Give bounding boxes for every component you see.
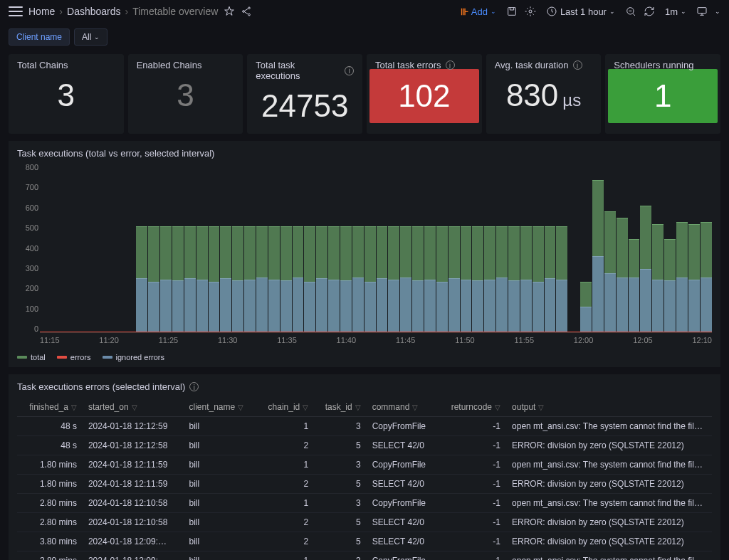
breadcrumb-home[interactable]: Home (28, 6, 55, 17)
bar-group[interactable] (532, 163, 544, 332)
bar-group[interactable] (424, 163, 436, 332)
col-chain-id[interactable]: chain_id▽ (257, 398, 315, 417)
bar-group[interactable] (568, 163, 580, 332)
refresh-icon[interactable] (644, 6, 655, 17)
bar-group[interactable] (388, 163, 400, 332)
bar-group[interactable] (220, 163, 232, 332)
stat-total-errors[interactable]: Total task errorsi 102 (367, 54, 482, 134)
bar-group[interactable] (244, 163, 256, 332)
bar-group[interactable] (148, 163, 160, 332)
col-finished-at[interactable]: finished_a▽ (17, 398, 83, 417)
legend-errors[interactable]: errors (57, 353, 91, 361)
bar-group[interactable] (460, 163, 472, 332)
bar-group[interactable] (376, 163, 388, 332)
bar-group[interactable] (352, 163, 364, 332)
table-row[interactable]: 3.80 mins2024-01-18 12:09:…bill25SELECT … (17, 532, 712, 551)
bar-group[interactable] (184, 163, 196, 332)
bar-group[interactable] (556, 163, 568, 332)
info-icon[interactable]: i (446, 60, 455, 70)
bar-group[interactable] (76, 163, 88, 332)
bar-group[interactable] (64, 163, 76, 332)
table-row[interactable]: 2.80 mins2024-01-18 12:10:58bill13CopyFr… (17, 494, 712, 513)
info-icon[interactable]: i (345, 66, 354, 75)
bar-group[interactable] (412, 163, 424, 332)
col-task-id[interactable]: task_id▽ (314, 398, 366, 417)
filter-client-name-value[interactable]: All ⌄ (74, 28, 107, 46)
col-client-name[interactable]: client_name▽ (184, 398, 257, 417)
filter-icon[interactable]: ▽ (303, 403, 308, 411)
bar-group[interactable] (640, 163, 652, 332)
monitor-icon[interactable] (696, 6, 708, 17)
bar-group[interactable] (544, 163, 556, 332)
bar-group[interactable] (436, 163, 448, 332)
stat-total-chains[interactable]: Total Chains 3 (9, 54, 124, 134)
bar-group[interactable] (268, 163, 280, 332)
table-row[interactable]: 3.80 mins2024-01-18 12:09:…bill13CopyFro… (17, 551, 712, 561)
add-button[interactable]: ⊪ Add ⌄ (458, 5, 499, 19)
info-icon[interactable]: i (573, 60, 582, 70)
bar-group[interactable] (208, 163, 220, 332)
bar-group[interactable] (40, 163, 52, 332)
table-row[interactable]: 2.80 mins2024-01-18 12:10:58bill25SELECT… (17, 513, 712, 532)
bar-group[interactable] (592, 163, 604, 332)
filter-icon[interactable]: ▽ (355, 403, 361, 411)
bar-group[interactable] (448, 163, 460, 332)
bar-group[interactable] (280, 163, 292, 332)
filter-client-name-label[interactable]: Client name (9, 28, 70, 46)
table-row[interactable]: 48 s2024-01-18 12:12:58bill25SELECT 42/0… (17, 436, 712, 455)
bar-group[interactable] (136, 163, 148, 332)
bar-group[interactable] (604, 163, 616, 332)
bar-group[interactable] (88, 163, 100, 332)
info-icon[interactable]: i (189, 382, 199, 391)
filter-icon[interactable]: ▽ (538, 403, 544, 411)
bar-group[interactable] (472, 163, 484, 332)
bar-group[interactable] (700, 163, 712, 332)
filter-icon[interactable]: ▽ (495, 403, 500, 411)
bar-group[interactable] (340, 163, 352, 332)
bar-group[interactable] (196, 163, 208, 332)
bar-group[interactable] (496, 163, 508, 332)
stat-schedulers[interactable]: Schedulers running 1 (605, 54, 720, 134)
refresh-interval-button[interactable]: 1m ⌄ (662, 5, 689, 19)
stat-total-executions[interactable]: Total task executionsi 24753 (247, 54, 362, 134)
time-range-button[interactable]: Last 1 hour ⌄ (543, 4, 618, 19)
bar-group[interactable] (676, 163, 688, 332)
bar-group[interactable] (520, 163, 532, 332)
filter-icon[interactable]: ▽ (71, 403, 77, 411)
stat-avg-duration[interactable]: Avg. task durationi 830µs (486, 54, 602, 134)
bar-group[interactable] (628, 163, 640, 332)
bar-group[interactable] (256, 163, 268, 332)
filter-icon[interactable]: ▽ (132, 403, 137, 411)
bar-group[interactable] (652, 163, 664, 332)
legend-total[interactable]: total (17, 353, 46, 361)
col-returncode[interactable]: returncode▽ (439, 398, 506, 417)
legend-ignored[interactable]: ignored errors (103, 353, 164, 361)
bar-group[interactable] (112, 163, 124, 332)
bar-group[interactable] (616, 163, 628, 332)
gear-icon[interactable] (525, 6, 536, 17)
table-row[interactable]: 1.80 mins2024-01-18 12:11:59bill13CopyFr… (17, 455, 712, 475)
bar-group[interactable] (328, 163, 340, 332)
bar-group[interactable] (688, 163, 700, 332)
chart-panel[interactable]: Task executions (total vs error, selecte… (9, 141, 720, 367)
filter-icon[interactable]: ▽ (412, 403, 418, 411)
bar-group[interactable] (292, 163, 304, 332)
bar-group[interactable] (664, 163, 676, 332)
menu-icon[interactable] (9, 6, 23, 16)
stat-enabled-chains[interactable]: Enabled Chains 3 (128, 54, 243, 134)
share-icon[interactable] (241, 6, 252, 17)
zoom-out-icon[interactable] (625, 6, 636, 17)
bar-group[interactable] (232, 163, 244, 332)
bar-group[interactable] (124, 163, 136, 332)
bar-group[interactable] (580, 163, 592, 332)
bar-group[interactable] (364, 163, 376, 332)
bar-group[interactable] (400, 163, 412, 332)
star-icon[interactable] (224, 6, 235, 17)
bar-group[interactable] (508, 163, 520, 332)
col-started-on[interactable]: started_on▽ (83, 398, 184, 417)
bar-group[interactable] (484, 163, 496, 332)
bar-group[interactable] (52, 163, 64, 332)
table-row[interactable]: 1.80 mins2024-01-18 12:11:59bill25SELECT… (17, 475, 712, 494)
bar-group[interactable] (316, 163, 328, 332)
filter-icon[interactable]: ▽ (238, 403, 243, 411)
